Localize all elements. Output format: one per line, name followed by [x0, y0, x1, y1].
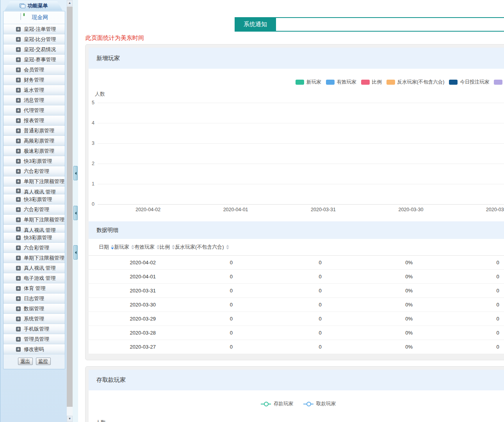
scrollbar-thumb[interactable]: [67, 7, 73, 407]
sidebar-menu-item[interactable]: + 会员管理: [4, 64, 65, 75]
expand-plus-icon[interactable]: +: [16, 286, 21, 291]
table-row[interactable]: 2020-04-02 0 0 0% 0: [89, 256, 504, 270]
sidebar-menu-item[interactable]: + 体育 管理: [4, 283, 65, 294]
table-row[interactable]: 2020-03-30 0 0 0% 0: [89, 298, 504, 312]
sidebar-menu-item[interactable]: + 皇冠-交易情况: [4, 44, 65, 55]
expand-plus-icon[interactable]: +: [16, 207, 21, 212]
sidebar-menu-item[interactable]: + 日志管理: [4, 293, 65, 304]
expand-plus-icon[interactable]: +: [16, 149, 21, 153]
expand-plus-icon[interactable]: +: [16, 169, 21, 174]
sidebar-menu-item[interactable]: + 真人视讯 管理: [4, 263, 65, 273]
expand-plus-icon[interactable]: +: [16, 47, 21, 52]
column-header[interactable]: 比例: [160, 244, 175, 251]
sidebar-menu-item[interactable]: + 代理管理: [4, 105, 65, 116]
expand-plus-icon[interactable]: +: [16, 306, 21, 311]
sidebar-menu-item[interactable]: + 六合彩管理: [4, 166, 65, 176]
sort-icon[interactable]: [226, 245, 229, 249]
sidebar-menu-item[interactable]: + 六合彩管理: [4, 204, 65, 215]
expand-plus-icon[interactable]: +: [16, 227, 21, 231]
sidebar-menu-item[interactable]: + 单期下注限额管理: [4, 253, 65, 263]
expand-plus-icon[interactable]: +: [16, 128, 21, 133]
sort-icon[interactable]: [157, 245, 160, 249]
sort-icon[interactable]: [111, 245, 114, 249]
collapse-sidebar-button[interactable]: [73, 206, 78, 220]
sort-icon[interactable]: [131, 245, 134, 249]
sidebar-menu-item[interactable]: + 财务管理: [4, 75, 65, 85]
expand-plus-icon[interactable]: +: [16, 235, 21, 240]
legend-item[interactable]: 今日投注玩家: [449, 79, 489, 85]
logout-button[interactable]: 退出: [18, 358, 33, 365]
sidebar-menu-item[interactable]: + 皇冠-比分管理: [4, 34, 65, 45]
sidebar-scrollbar[interactable]: ▲ ▼: [67, 0, 73, 422]
column-header[interactable]: 反水玩家(不包含六合): [175, 244, 229, 251]
scroll-up-button[interactable]: ▲: [67, 0, 73, 6]
expand-plus-icon[interactable]: +: [16, 159, 21, 164]
sidebar-menu-item[interactable]: + 电子游戏 管理: [4, 273, 65, 283]
sidebar-menu-item[interactable]: + 系统管理: [4, 313, 65, 324]
column-header[interactable]: 新玩家: [114, 244, 134, 251]
legend-item[interactable]: 存款玩家: [261, 401, 293, 407]
sidebar-menu-item[interactable]: + 普通彩票管理: [4, 125, 65, 136]
sidebar-menu-item[interactable]: + 修改密码: [4, 344, 65, 354]
current-user-row[interactable]: 现金网: [4, 11, 65, 24]
monitor-button[interactable]: 监控: [36, 358, 51, 365]
sidebar-menu-item[interactable]: + 快3彩票管理: [4, 156, 65, 166]
legend-item[interactable]: 新玩家: [296, 79, 321, 85]
sort-icon[interactable]: [172, 245, 175, 249]
expand-plus-icon[interactable]: +: [16, 27, 21, 32]
table-row[interactable]: 2020-03-31 0 0 0% 0: [89, 284, 504, 298]
expand-plus-icon[interactable]: +: [16, 337, 21, 342]
expand-plus-icon[interactable]: +: [16, 217, 21, 222]
expand-plus-icon[interactable]: +: [16, 88, 21, 93]
expand-plus-icon[interactable]: +: [16, 37, 21, 42]
column-header[interactable]: 有效玩家: [134, 244, 160, 251]
expand-plus-icon[interactable]: +: [16, 347, 21, 352]
legend-item[interactable]: 反水玩家(不包含六合): [386, 79, 445, 85]
expand-plus-icon[interactable]: +: [16, 98, 21, 103]
expand-plus-icon[interactable]: +: [16, 266, 21, 271]
expand-plus-icon[interactable]: +: [16, 108, 21, 113]
legend-item[interactable]: 有效玩家: [326, 79, 356, 85]
sidebar-menu-item[interactable]: + 单期下注限额管理: [4, 176, 65, 187]
collapse-sidebar-button[interactable]: [73, 166, 78, 180]
legend-item[interactable]: 电: [494, 79, 504, 85]
sidebar-menu-item[interactable]: + 六合彩管理: [4, 242, 65, 253]
expand-plus-icon[interactable]: +: [16, 197, 21, 202]
table-row[interactable]: 2020-03-27 0 0 0% 0: [89, 340, 504, 354]
sidebar-menu-item[interactable]: + 极速彩票管理: [4, 146, 65, 156]
sidebar-menu-item[interactable]: + 快3彩票管理: [4, 194, 65, 205]
expand-plus-icon[interactable]: +: [16, 118, 21, 123]
legend-item[interactable]: 比例: [361, 79, 382, 85]
sidebar-menu-item[interactable]: + 高频彩票管理: [4, 135, 65, 146]
sidebar-menu-item[interactable]: + 手机版管理: [4, 324, 65, 334]
legend-item[interactable]: 取款玩家: [303, 401, 336, 407]
table-row[interactable]: 2020-03-29 0 0 0% 0: [89, 312, 504, 326]
expand-plus-icon[interactable]: +: [16, 78, 21, 82]
sidebar-menu-item[interactable]: + 真人视讯 管理: [4, 224, 65, 233]
expand-plus-icon[interactable]: +: [16, 57, 21, 62]
sidebar-menu-item[interactable]: + 报表管理: [4, 115, 65, 126]
expand-plus-icon[interactable]: +: [16, 139, 21, 143]
expand-plus-icon[interactable]: +: [16, 179, 21, 184]
sidebar-menu-item[interactable]: + 数据管理: [4, 303, 65, 314]
table-row[interactable]: 2020-04-01 0 0 0% 0: [89, 270, 504, 284]
collapse-sidebar-button[interactable]: [73, 245, 78, 260]
expand-plus-icon[interactable]: +: [16, 276, 21, 281]
expand-plus-icon[interactable]: +: [16, 296, 21, 301]
sidebar-menu-item[interactable]: + 皇冠-赛事管理: [4, 54, 65, 65]
expand-plus-icon[interactable]: +: [16, 189, 21, 193]
tab-system-notice[interactable]: 系统通知: [235, 18, 276, 31]
sidebar-menu-item[interactable]: + 返水管理: [4, 85, 65, 95]
expand-plus-icon[interactable]: +: [16, 317, 21, 321]
expand-plus-icon[interactable]: +: [16, 68, 21, 72]
sidebar-menu-item[interactable]: + 皇冠-注单管理: [4, 24, 65, 34]
table-row[interactable]: 2020-03-28 0 0 0% 0: [89, 326, 504, 340]
sidebar-menu-item[interactable]: + 单期下注限额管理: [4, 214, 65, 225]
expand-plus-icon[interactable]: +: [16, 256, 21, 260]
expand-plus-icon[interactable]: +: [16, 327, 21, 331]
sidebar-menu-item[interactable]: + 真人视讯 管理: [4, 186, 65, 194]
scroll-down-button[interactable]: ▼: [67, 416, 73, 422]
expand-plus-icon[interactable]: +: [16, 246, 21, 250]
sidebar-header-tab[interactable]: 功能菜单: [5, 1, 62, 11]
sidebar-menu-item[interactable]: + 管理员管理: [4, 334, 65, 344]
